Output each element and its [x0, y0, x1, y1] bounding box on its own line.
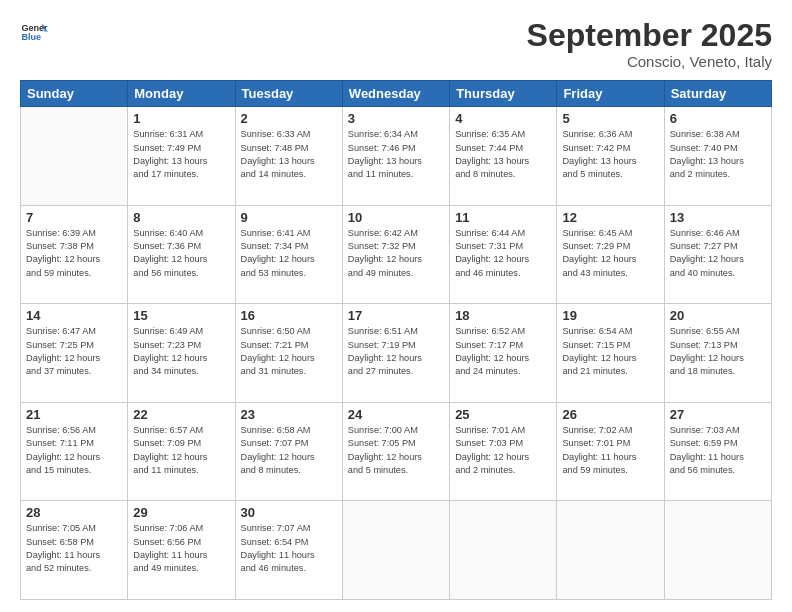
day-number: 7 [26, 210, 122, 225]
day-number: 21 [26, 407, 122, 422]
day-info: Sunrise: 6:35 AMSunset: 7:44 PMDaylight:… [455, 128, 551, 181]
calendar-cell [557, 501, 664, 600]
calendar-week-row: 21Sunrise: 6:56 AMSunset: 7:11 PMDayligh… [21, 402, 772, 501]
day-info: Sunrise: 6:58 AMSunset: 7:07 PMDaylight:… [241, 424, 337, 477]
day-info: Sunrise: 7:03 AMSunset: 6:59 PMDaylight:… [670, 424, 766, 477]
day-number: 27 [670, 407, 766, 422]
day-info: Sunrise: 6:56 AMSunset: 7:11 PMDaylight:… [26, 424, 122, 477]
calendar-cell: 25Sunrise: 7:01 AMSunset: 7:03 PMDayligh… [450, 402, 557, 501]
calendar-week-row: 1Sunrise: 6:31 AMSunset: 7:49 PMDaylight… [21, 107, 772, 206]
calendar-cell [664, 501, 771, 600]
day-number: 22 [133, 407, 229, 422]
calendar-cell: 19Sunrise: 6:54 AMSunset: 7:15 PMDayligh… [557, 304, 664, 403]
day-number: 18 [455, 308, 551, 323]
day-number: 16 [241, 308, 337, 323]
day-info: Sunrise: 6:55 AMSunset: 7:13 PMDaylight:… [670, 325, 766, 378]
day-number: 12 [562, 210, 658, 225]
day-number: 29 [133, 505, 229, 520]
calendar-cell: 14Sunrise: 6:47 AMSunset: 7:25 PMDayligh… [21, 304, 128, 403]
calendar-cell: 23Sunrise: 6:58 AMSunset: 7:07 PMDayligh… [235, 402, 342, 501]
month-title: September 2025 [527, 18, 772, 53]
day-number: 5 [562, 111, 658, 126]
calendar-cell: 17Sunrise: 6:51 AMSunset: 7:19 PMDayligh… [342, 304, 449, 403]
col-friday: Friday [557, 81, 664, 107]
day-number: 2 [241, 111, 337, 126]
calendar-week-row: 14Sunrise: 6:47 AMSunset: 7:25 PMDayligh… [21, 304, 772, 403]
day-info: Sunrise: 6:42 AMSunset: 7:32 PMDaylight:… [348, 227, 444, 280]
day-info: Sunrise: 7:02 AMSunset: 7:01 PMDaylight:… [562, 424, 658, 477]
day-number: 28 [26, 505, 122, 520]
day-info: Sunrise: 6:34 AMSunset: 7:46 PMDaylight:… [348, 128, 444, 181]
calendar-cell: 21Sunrise: 6:56 AMSunset: 7:11 PMDayligh… [21, 402, 128, 501]
title-section: September 2025 Conscio, Veneto, Italy [527, 18, 772, 70]
calendar-cell: 18Sunrise: 6:52 AMSunset: 7:17 PMDayligh… [450, 304, 557, 403]
calendar-cell: 13Sunrise: 6:46 AMSunset: 7:27 PMDayligh… [664, 205, 771, 304]
col-thursday: Thursday [450, 81, 557, 107]
day-number: 24 [348, 407, 444, 422]
day-info: Sunrise: 6:31 AMSunset: 7:49 PMDaylight:… [133, 128, 229, 181]
calendar-cell: 1Sunrise: 6:31 AMSunset: 7:49 PMDaylight… [128, 107, 235, 206]
day-info: Sunrise: 6:51 AMSunset: 7:19 PMDaylight:… [348, 325, 444, 378]
calendar-cell: 3Sunrise: 6:34 AMSunset: 7:46 PMDaylight… [342, 107, 449, 206]
calendar-cell [450, 501, 557, 600]
calendar-cell: 9Sunrise: 6:41 AMSunset: 7:34 PMDaylight… [235, 205, 342, 304]
day-info: Sunrise: 7:07 AMSunset: 6:54 PMDaylight:… [241, 522, 337, 575]
calendar-cell: 27Sunrise: 7:03 AMSunset: 6:59 PMDayligh… [664, 402, 771, 501]
day-number: 3 [348, 111, 444, 126]
calendar-table: Sunday Monday Tuesday Wednesday Thursday… [20, 80, 772, 600]
calendar-cell: 20Sunrise: 6:55 AMSunset: 7:13 PMDayligh… [664, 304, 771, 403]
day-info: Sunrise: 6:57 AMSunset: 7:09 PMDaylight:… [133, 424, 229, 477]
calendar-cell: 8Sunrise: 6:40 AMSunset: 7:36 PMDaylight… [128, 205, 235, 304]
calendar-cell: 28Sunrise: 7:05 AMSunset: 6:58 PMDayligh… [21, 501, 128, 600]
calendar-cell: 12Sunrise: 6:45 AMSunset: 7:29 PMDayligh… [557, 205, 664, 304]
col-sunday: Sunday [21, 81, 128, 107]
day-number: 9 [241, 210, 337, 225]
day-number: 13 [670, 210, 766, 225]
calendar-cell: 22Sunrise: 6:57 AMSunset: 7:09 PMDayligh… [128, 402, 235, 501]
day-info: Sunrise: 7:00 AMSunset: 7:05 PMDaylight:… [348, 424, 444, 477]
calendar-cell: 24Sunrise: 7:00 AMSunset: 7:05 PMDayligh… [342, 402, 449, 501]
day-info: Sunrise: 6:54 AMSunset: 7:15 PMDaylight:… [562, 325, 658, 378]
calendar-cell: 11Sunrise: 6:44 AMSunset: 7:31 PMDayligh… [450, 205, 557, 304]
day-info: Sunrise: 6:41 AMSunset: 7:34 PMDaylight:… [241, 227, 337, 280]
day-number: 19 [562, 308, 658, 323]
day-info: Sunrise: 6:50 AMSunset: 7:21 PMDaylight:… [241, 325, 337, 378]
day-number: 4 [455, 111, 551, 126]
calendar-cell: 29Sunrise: 7:06 AMSunset: 6:56 PMDayligh… [128, 501, 235, 600]
day-number: 1 [133, 111, 229, 126]
day-info: Sunrise: 6:46 AMSunset: 7:27 PMDaylight:… [670, 227, 766, 280]
day-number: 23 [241, 407, 337, 422]
logo: General Blue [20, 18, 48, 46]
header: General Blue September 2025 Conscio, Ven… [20, 18, 772, 70]
calendar-week-row: 28Sunrise: 7:05 AMSunset: 6:58 PMDayligh… [21, 501, 772, 600]
day-info: Sunrise: 6:49 AMSunset: 7:23 PMDaylight:… [133, 325, 229, 378]
col-monday: Monday [128, 81, 235, 107]
calendar-week-row: 7Sunrise: 6:39 AMSunset: 7:38 PMDaylight… [21, 205, 772, 304]
day-number: 20 [670, 308, 766, 323]
day-number: 10 [348, 210, 444, 225]
day-info: Sunrise: 6:33 AMSunset: 7:48 PMDaylight:… [241, 128, 337, 181]
calendar-cell: 2Sunrise: 6:33 AMSunset: 7:48 PMDaylight… [235, 107, 342, 206]
calendar-cell: 7Sunrise: 6:39 AMSunset: 7:38 PMDaylight… [21, 205, 128, 304]
day-info: Sunrise: 7:05 AMSunset: 6:58 PMDaylight:… [26, 522, 122, 575]
calendar-cell [342, 501, 449, 600]
calendar-cell [21, 107, 128, 206]
calendar-cell: 30Sunrise: 7:07 AMSunset: 6:54 PMDayligh… [235, 501, 342, 600]
day-number: 8 [133, 210, 229, 225]
day-number: 15 [133, 308, 229, 323]
page: General Blue September 2025 Conscio, Ven… [0, 0, 792, 612]
svg-text:Blue: Blue [21, 32, 41, 42]
calendar-cell: 10Sunrise: 6:42 AMSunset: 7:32 PMDayligh… [342, 205, 449, 304]
day-number: 30 [241, 505, 337, 520]
day-info: Sunrise: 6:44 AMSunset: 7:31 PMDaylight:… [455, 227, 551, 280]
day-info: Sunrise: 6:39 AMSunset: 7:38 PMDaylight:… [26, 227, 122, 280]
day-info: Sunrise: 6:52 AMSunset: 7:17 PMDaylight:… [455, 325, 551, 378]
day-number: 25 [455, 407, 551, 422]
day-number: 17 [348, 308, 444, 323]
col-wednesday: Wednesday [342, 81, 449, 107]
day-info: Sunrise: 6:36 AMSunset: 7:42 PMDaylight:… [562, 128, 658, 181]
day-number: 14 [26, 308, 122, 323]
day-number: 11 [455, 210, 551, 225]
day-info: Sunrise: 6:45 AMSunset: 7:29 PMDaylight:… [562, 227, 658, 280]
col-saturday: Saturday [664, 81, 771, 107]
